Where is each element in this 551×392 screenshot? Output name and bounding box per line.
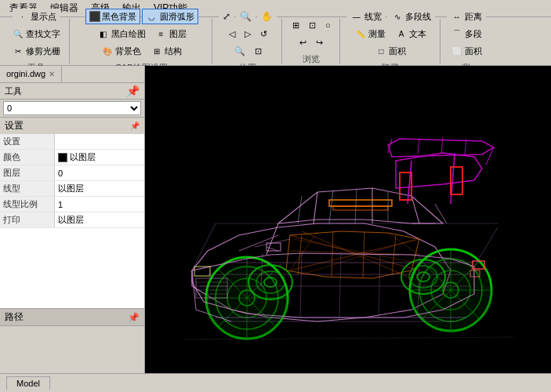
- browse-btn3[interactable]: ○: [321, 17, 335, 33]
- pos-row2: ◁ ▷ ↺: [225, 26, 271, 42]
- layer-dropdown[interactable]: 0: [3, 101, 141, 115]
- nav-right-btn[interactable]: ▷: [241, 26, 255, 42]
- measure-row3: ⬜ 面积: [447, 43, 486, 59]
- file-tab[interactable]: orgini.dwg ✕: [0, 66, 62, 82]
- structure-icon: ⊞: [150, 45, 163, 57]
- measure-row1: ↔ 距离: [447, 9, 486, 24]
- measure-icon: 📏: [354, 27, 367, 40]
- area-btn[interactable]: □ 面积: [371, 43, 410, 59]
- bg-color-icon: 🎨: [101, 45, 114, 57]
- multi-seg-btn[interactable]: ⌒ 多段: [447, 26, 486, 42]
- path-panel: 路径 📌: [0, 308, 144, 373]
- tools-row3: ✂ 修剪光栅: [8, 43, 64, 59]
- color-swatch-icon: [58, 153, 67, 162]
- browse-label: 浏览: [303, 53, 320, 65]
- tab-close-btn[interactable]: ✕: [49, 70, 55, 78]
- tab-bar: orgini.dwg ✕: [0, 66, 144, 83]
- browse-row2: ↩ ↪: [295, 34, 327, 50]
- cad-viewport[interactable]: [145, 66, 551, 373]
- structure-btn[interactable]: ⊞ 结构: [147, 43, 186, 59]
- hidden-row2: 📏 测量 A 文本: [350, 26, 430, 42]
- path-label: 路径: [5, 310, 24, 324]
- text-btn[interactable]: A 文本: [391, 26, 430, 42]
- text-icon: A: [395, 27, 408, 40]
- prop-name-color: 颜色: [0, 150, 55, 165]
- model-tab[interactable]: Model: [6, 376, 50, 390]
- nav-refresh-btn[interactable]: ↺: [256, 26, 271, 42]
- nav-left-btn[interactable]: ◁: [225, 26, 239, 42]
- zoom-in-btn[interactable]: 🔍: [236, 9, 256, 24]
- pos-row3: 🔍 ⊡: [230, 43, 266, 59]
- browse-btn2[interactable]: ⊡: [305, 17, 320, 33]
- layer-btn[interactable]: ≡ 图层: [151, 26, 190, 42]
- tools-row2: 🔍 查找文字: [8, 26, 64, 42]
- area-icon: □: [375, 45, 387, 57]
- prop-value-settings: [55, 140, 144, 143]
- measure-btn[interactable]: 📏 测量: [350, 26, 390, 42]
- browse-btn5[interactable]: ↪: [312, 34, 327, 50]
- zoom-win-btn[interactable]: ⊡: [251, 43, 266, 59]
- browse-btn1[interactable]: ⊞: [288, 17, 303, 33]
- props-pin-icon[interactable]: 📌: [130, 122, 140, 130]
- tools-pin-icon[interactable]: 📌: [126, 85, 140, 97]
- properties-panel: 设置 📌 设置 颜色 以图层 图层 0 线型 以图层: [0, 118, 144, 308]
- bw-draw-btn[interactable]: ◧ 黑白绘图: [93, 26, 150, 42]
- browse-btn4[interactable]: ↩: [295, 34, 310, 50]
- pan-btn[interactable]: ✋: [257, 9, 277, 24]
- prop-row-ltscale: 线型比例 1: [0, 197, 144, 212]
- line-width-icon: —: [350, 10, 363, 23]
- area2-btn[interactable]: ⬜ 面积: [447, 43, 486, 59]
- props-header: 设置 📌: [0, 118, 144, 134]
- trim-icon: ✂: [12, 45, 24, 57]
- black-bg-btn[interactable]: 黑色背景: [85, 9, 140, 24]
- prop-name-layer: 图层: [0, 165, 55, 180]
- prop-value-layer: 0: [55, 167, 144, 180]
- zoom-extent-btn[interactable]: ⤢: [219, 9, 234, 24]
- file-tab-label: orgini.dwg: [6, 69, 45, 78]
- status-bar: Model: [0, 373, 551, 392]
- path-content: [0, 326, 144, 373]
- prop-row-linetype: 线型 以图层: [0, 181, 144, 197]
- prop-name-ltscale: 线型比例: [0, 197, 55, 212]
- find-text-btn[interactable]: 🔍 查找文字: [8, 26, 64, 42]
- line-width-btn[interactable]: — 线宽: [346, 9, 386, 24]
- dist-btn[interactable]: ↔ 距离: [447, 9, 486, 24]
- black-bg-icon: [89, 11, 100, 22]
- hidden-row1: — 线宽 ∿ 多段线: [346, 9, 435, 24]
- polyline-btn[interactable]: ∿ 多段线: [387, 9, 435, 24]
- trim-raster-btn[interactable]: ✂ 修剪光栅: [8, 43, 64, 59]
- props-header-label: 设置: [5, 119, 24, 132]
- dist-icon: ↔: [451, 10, 463, 23]
- smooth-arc-btn[interactable]: ◡ 圆滑弧形: [142, 9, 198, 24]
- measure-row2: ⌒ 多段: [447, 26, 486, 42]
- area2-icon: ⬜: [451, 45, 463, 57]
- hidden-group: — 线宽 ∿ 多段线 📏 测量 A 文本 □ 面积 隐藏: [342, 19, 440, 64]
- bg-color-btn[interactable]: 🎨 背景色: [97, 43, 145, 59]
- cad-row1: 黑色背景 ◡ 圆滑弧形: [85, 9, 198, 24]
- path-header: 路径 📌: [0, 309, 144, 326]
- cad-row2: ◧ 黑白绘图 ≡ 图层: [93, 26, 190, 42]
- toolbar: · 显示点 🔍 查找文字 ✂ 修剪光栅 工具 黑色背景 ◡: [0, 17, 551, 66]
- prop-value-color: 以图层: [55, 150, 144, 165]
- show-points-btn[interactable]: · 显示点: [13, 9, 60, 24]
- zoom-out-btn[interactable]: 🔍: [230, 43, 249, 59]
- pos-row1: ⤢ 🔍 ✋: [219, 9, 277, 24]
- tools-row: · 显示点: [13, 9, 60, 24]
- browse-row1: ⊞ ⊡ ○: [288, 17, 335, 33]
- multi-icon: ⌒: [451, 27, 463, 40]
- arc-icon: ◡: [146, 10, 158, 23]
- dropdown-container: 0: [0, 100, 144, 118]
- bw-icon: ◧: [97, 27, 110, 40]
- tools-header-label: 工具: [5, 85, 22, 97]
- path-pin-icon[interactable]: 📌: [128, 312, 140, 323]
- car-wireframe-svg: [145, 66, 551, 373]
- cad-row3: 🎨 背景色 ⊞ 结构: [97, 43, 186, 59]
- svg-point-37: [206, 264, 288, 339]
- points-icon: ·: [16, 10, 29, 23]
- left-panel: orgini.dwg ✕ 工具 📌 0 设置 📌 设置: [0, 66, 145, 373]
- prop-name-print: 打印: [0, 212, 55, 227]
- prop-value-linetype: 以图层: [55, 181, 144, 196]
- prop-value-print: 以图层: [55, 212, 144, 227]
- prop-row-print: 打印 以图层: [0, 212, 144, 228]
- prop-row-settings: 设置: [0, 134, 144, 150]
